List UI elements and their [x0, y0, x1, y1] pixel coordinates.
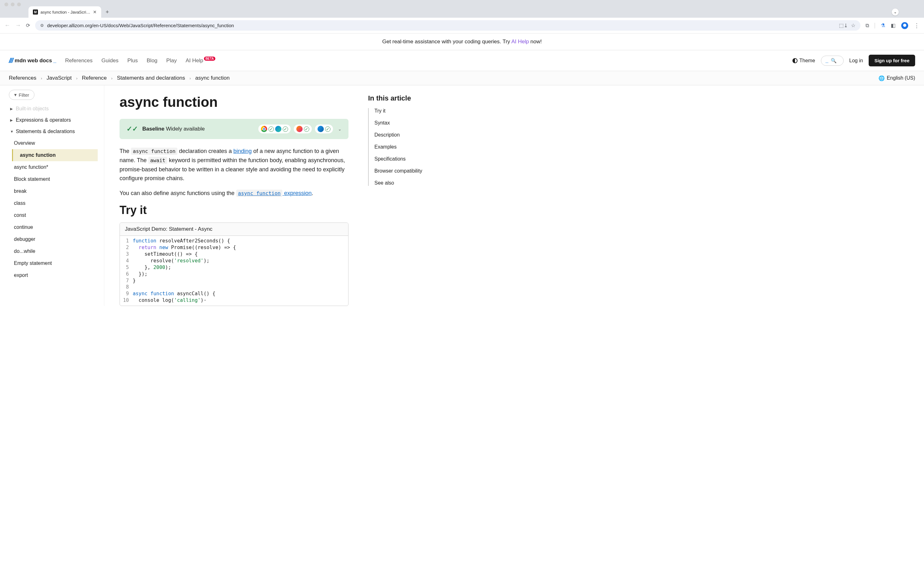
chevron-right-icon: › [41, 76, 42, 81]
check-icon: ✓ [304, 126, 309, 132]
tab-close-icon[interactable]: ✕ [93, 9, 97, 15]
mdn-logo-underscore-icon: _ [53, 57, 56, 64]
toc-browser-compat[interactable]: Browser compatibility [374, 168, 443, 174]
expand-down-icon: ▼ [10, 130, 14, 133]
language-label: English (US) [886, 75, 915, 81]
expand-right-icon: ▶ [10, 107, 14, 111]
back-button[interactable]: ← [4, 22, 10, 29]
toc-syntax[interactable]: Syntax [374, 120, 443, 126]
crumb-javascript[interactable]: JavaScript [46, 75, 72, 81]
badge-firefox: ✓ [294, 124, 312, 133]
leaf-empty[interactable]: Empty statement [9, 257, 101, 269]
toc-examples[interactable]: Examples [374, 144, 443, 150]
promo-link[interactable]: AI Help [512, 39, 529, 45]
install-app-icon[interactable]: ⬚⤓ [839, 22, 848, 28]
url-text: developer.allizom.org/en-US/docs/Web/Jav… [47, 23, 234, 28]
search-cursor-icon: _ [826, 58, 828, 63]
leaf-block[interactable]: Block statement [9, 173, 101, 185]
toc-specifications[interactable]: Specifications [374, 156, 443, 162]
leaf-class[interactable]: class [9, 197, 101, 209]
badge-safari: ✓ [315, 124, 333, 133]
leaf-overview[interactable]: Overview [9, 137, 101, 149]
toolbar-right: ⧉ ⚗ ◧ ⋮ [866, 22, 920, 29]
main-nav: References Guides Plus Blog Play AI Help… [65, 57, 215, 64]
leaf-dowhile[interactable]: do...while [9, 245, 101, 257]
check-icon: ✓ [268, 126, 274, 132]
nav-ai-help[interactable]: AI HelpBETA [186, 57, 215, 64]
nav-blog[interactable]: Blog [147, 57, 158, 64]
page-layout: ▾ Filter ▶ Built-in objects ▶ Expression… [0, 85, 924, 306]
leaf-async-function[interactable]: async function [12, 149, 98, 161]
browser-badges: ✓ ✓ ✓ ✓ ⌄ [258, 124, 342, 133]
chevron-right-icon: › [76, 76, 78, 81]
forward-button[interactable]: → [15, 22, 21, 29]
reload-button[interactable]: ⟳ [26, 22, 30, 28]
baseline-panel[interactable]: ✓✓ Baseline Widely available ✓ ✓ ✓ ✓ ⌄ [120, 119, 348, 139]
theme-label: Theme [800, 58, 815, 63]
nav-references[interactable]: References [65, 57, 93, 64]
theme-toggle[interactable]: Theme [792, 58, 815, 63]
toc-see-also[interactable]: See also [374, 180, 443, 186]
traffic-light-close[interactable] [4, 3, 8, 6]
filter-input[interactable]: ▾ Filter [9, 90, 34, 100]
browser-menu-icon[interactable]: ⋮ [914, 22, 920, 29]
demo-box: JavaScript Demo: Statement - Async 12345… [120, 223, 348, 306]
new-tab-button[interactable]: + [106, 9, 109, 15]
check-icon: ✓ [325, 126, 330, 132]
leaf-debugger[interactable]: debugger [9, 233, 101, 245]
link-binding[interactable]: binding [233, 148, 252, 154]
nav-plus[interactable]: Plus [128, 57, 138, 64]
leaf-break[interactable]: break [9, 185, 101, 197]
intro-link-text: expression [282, 190, 312, 196]
code-editor[interactable]: 12345678910 function resolveAfter2Second… [120, 236, 348, 306]
search-input[interactable]: _ 🔍 [821, 55, 844, 66]
browser-toolbar: ← → ⟳ ⚙ developer.allizom.org/en-US/docs… [0, 18, 924, 33]
link-async-expression[interactable]: async function expression [236, 190, 312, 196]
traffic-light-zoom[interactable] [17, 3, 21, 6]
tab-list-dropdown[interactable]: ⌄ [892, 9, 899, 15]
crumb-reference[interactable]: Reference [82, 75, 106, 81]
side-panel-icon[interactable]: ◧ [891, 22, 896, 28]
profile-avatar[interactable] [901, 22, 908, 29]
labs-flask-icon[interactable]: ⚗ [880, 22, 885, 28]
promo-text-post: now! [529, 39, 542, 45]
leaf-export[interactable]: export [9, 269, 101, 281]
toc-description[interactable]: Description [374, 132, 443, 138]
line-gutter: 12345678910 [120, 238, 133, 304]
nav-play[interactable]: Play [166, 57, 177, 64]
leaf-async-function-star[interactable]: async function* [9, 161, 101, 173]
crumb-references[interactable]: References [9, 75, 36, 81]
site-settings-icon[interactable]: ⚙ [40, 23, 44, 28]
leaf-continue[interactable]: continue [9, 221, 101, 233]
tree-label: Expressions & operators [16, 117, 71, 123]
toc-try-it[interactable]: Try it [374, 108, 443, 114]
tree-label: Built-in objects [16, 106, 49, 112]
leaf-const[interactable]: const [9, 209, 101, 221]
header-right: Theme _ 🔍 Log in Sign up for free [792, 55, 915, 66]
page-title: async function [120, 94, 348, 110]
nav-guides[interactable]: Guides [102, 57, 118, 64]
tree-builtins[interactable]: ▶ Built-in objects [9, 103, 101, 114]
baseline-text: Baseline Widely available [142, 126, 205, 132]
extensions-icon[interactable]: ⧉ [866, 23, 869, 28]
tree-children: Overview async function async function* … [9, 137, 101, 281]
signup-button[interactable]: Sign up for free [868, 55, 915, 66]
mdn-logo[interactable]: /// mdn web docs _ [9, 57, 56, 65]
check-icon: ✓ [283, 126, 288, 132]
language-selector[interactable]: 🌐 English (US) [879, 75, 915, 81]
login-link[interactable]: Log in [849, 58, 863, 63]
crumb-statements[interactable]: Statements and declarations [117, 75, 185, 81]
browser-tab-active[interactable]: M async function - JavaScript | ✕ [28, 6, 101, 18]
filter-funnel-icon: ▾ [14, 92, 17, 98]
code-content: function resolveAfter2Seconds() { return… [133, 238, 241, 304]
baseline-strong: Baseline [142, 126, 164, 132]
crumb-current[interactable]: async function [195, 75, 230, 81]
tree-expressions[interactable]: ▶ Expressions & operators [9, 114, 101, 126]
chevron-right-icon: › [189, 76, 190, 81]
chevron-down-icon[interactable]: ⌄ [338, 127, 342, 132]
breadcrumb-bar: References › JavaScript › Reference › St… [0, 71, 924, 85]
address-bar[interactable]: ⚙ developer.allizom.org/en-US/docs/Web/J… [35, 20, 861, 31]
tree-statements[interactable]: ▼ Statements & declarations [9, 126, 101, 137]
traffic-light-minimize[interactable] [11, 3, 15, 6]
bookmark-star-icon[interactable]: ☆ [851, 22, 855, 28]
